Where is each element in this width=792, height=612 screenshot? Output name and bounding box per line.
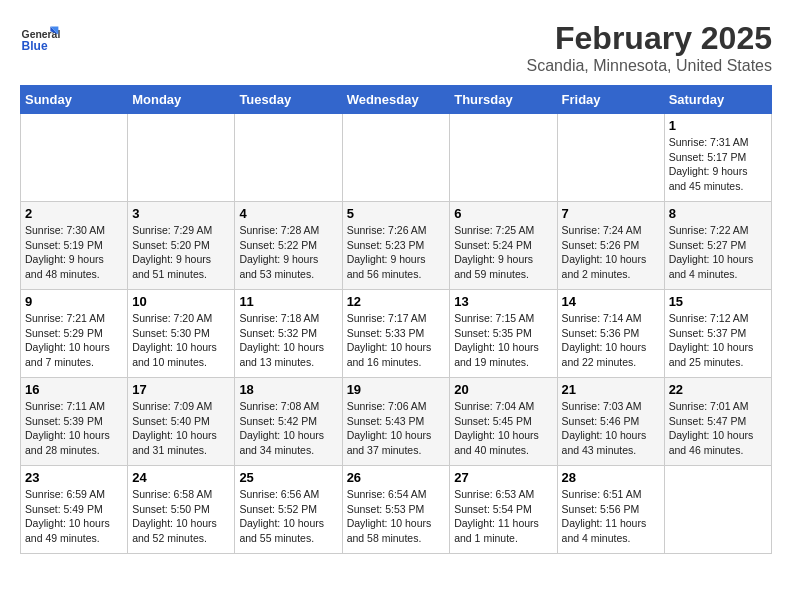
day-number: 18 [239, 382, 337, 397]
month-title: February 2025 [527, 20, 772, 57]
header-saturday: Saturday [664, 86, 771, 114]
calendar-cell: 7Sunrise: 7:24 AM Sunset: 5:26 PM Daylig… [557, 202, 664, 290]
calendar-cell: 4Sunrise: 7:28 AM Sunset: 5:22 PM Daylig… [235, 202, 342, 290]
page-header: General Blue February 2025 Scandia, Minn… [20, 20, 772, 75]
day-info: Sunrise: 7:08 AM Sunset: 5:42 PM Dayligh… [239, 399, 337, 458]
header-friday: Friday [557, 86, 664, 114]
calendar-cell: 26Sunrise: 6:54 AM Sunset: 5:53 PM Dayli… [342, 466, 450, 554]
calendar-cell: 21Sunrise: 7:03 AM Sunset: 5:46 PM Dayli… [557, 378, 664, 466]
calendar-cell: 15Sunrise: 7:12 AM Sunset: 5:37 PM Dayli… [664, 290, 771, 378]
day-number: 9 [25, 294, 123, 309]
day-number: 24 [132, 470, 230, 485]
calendar-cell: 17Sunrise: 7:09 AM Sunset: 5:40 PM Dayli… [128, 378, 235, 466]
calendar-cell: 12Sunrise: 7:17 AM Sunset: 5:33 PM Dayli… [342, 290, 450, 378]
calendar-cell: 6Sunrise: 7:25 AM Sunset: 5:24 PM Daylig… [450, 202, 557, 290]
day-info: Sunrise: 7:28 AM Sunset: 5:22 PM Dayligh… [239, 223, 337, 282]
day-info: Sunrise: 7:24 AM Sunset: 5:26 PM Dayligh… [562, 223, 660, 282]
day-number: 7 [562, 206, 660, 221]
calendar-cell [21, 114, 128, 202]
calendar-cell: 20Sunrise: 7:04 AM Sunset: 5:45 PM Dayli… [450, 378, 557, 466]
day-info: Sunrise: 7:03 AM Sunset: 5:46 PM Dayligh… [562, 399, 660, 458]
day-number: 1 [669, 118, 767, 133]
header-wednesday: Wednesday [342, 86, 450, 114]
day-number: 15 [669, 294, 767, 309]
calendar-cell [450, 114, 557, 202]
calendar-cell: 11Sunrise: 7:18 AM Sunset: 5:32 PM Dayli… [235, 290, 342, 378]
calendar-cell: 22Sunrise: 7:01 AM Sunset: 5:47 PM Dayli… [664, 378, 771, 466]
day-info: Sunrise: 7:15 AM Sunset: 5:35 PM Dayligh… [454, 311, 552, 370]
day-number: 2 [25, 206, 123, 221]
calendar-cell: 10Sunrise: 7:20 AM Sunset: 5:30 PM Dayli… [128, 290, 235, 378]
header-sunday: Sunday [21, 86, 128, 114]
day-info: Sunrise: 6:53 AM Sunset: 5:54 PM Dayligh… [454, 487, 552, 546]
week-row-2: 9Sunrise: 7:21 AM Sunset: 5:29 PM Daylig… [21, 290, 772, 378]
calendar-header-row: SundayMondayTuesdayWednesdayThursdayFrid… [21, 86, 772, 114]
title-block: February 2025 Scandia, Minnesota, United… [527, 20, 772, 75]
calendar-cell: 19Sunrise: 7:06 AM Sunset: 5:43 PM Dayli… [342, 378, 450, 466]
day-number: 19 [347, 382, 446, 397]
day-number: 23 [25, 470, 123, 485]
week-row-3: 16Sunrise: 7:11 AM Sunset: 5:39 PM Dayli… [21, 378, 772, 466]
day-number: 25 [239, 470, 337, 485]
day-info: Sunrise: 7:21 AM Sunset: 5:29 PM Dayligh… [25, 311, 123, 370]
calendar-cell [128, 114, 235, 202]
day-info: Sunrise: 7:06 AM Sunset: 5:43 PM Dayligh… [347, 399, 446, 458]
calendar-cell: 25Sunrise: 6:56 AM Sunset: 5:52 PM Dayli… [235, 466, 342, 554]
day-number: 17 [132, 382, 230, 397]
calendar-table: SundayMondayTuesdayWednesdayThursdayFrid… [20, 85, 772, 554]
day-info: Sunrise: 6:58 AM Sunset: 5:50 PM Dayligh… [132, 487, 230, 546]
day-number: 11 [239, 294, 337, 309]
day-info: Sunrise: 7:09 AM Sunset: 5:40 PM Dayligh… [132, 399, 230, 458]
svg-text:Blue: Blue [22, 39, 48, 53]
header-thursday: Thursday [450, 86, 557, 114]
calendar-cell [235, 114, 342, 202]
day-info: Sunrise: 7:31 AM Sunset: 5:17 PM Dayligh… [669, 135, 767, 194]
day-info: Sunrise: 7:22 AM Sunset: 5:27 PM Dayligh… [669, 223, 767, 282]
day-number: 13 [454, 294, 552, 309]
day-number: 21 [562, 382, 660, 397]
day-info: Sunrise: 7:01 AM Sunset: 5:47 PM Dayligh… [669, 399, 767, 458]
calendar-cell [664, 466, 771, 554]
calendar-cell: 28Sunrise: 6:51 AM Sunset: 5:56 PM Dayli… [557, 466, 664, 554]
day-info: Sunrise: 7:17 AM Sunset: 5:33 PM Dayligh… [347, 311, 446, 370]
calendar-cell [342, 114, 450, 202]
calendar-cell: 3Sunrise: 7:29 AM Sunset: 5:20 PM Daylig… [128, 202, 235, 290]
day-number: 28 [562, 470, 660, 485]
calendar-cell: 9Sunrise: 7:21 AM Sunset: 5:29 PM Daylig… [21, 290, 128, 378]
logo: General Blue [20, 20, 66, 60]
day-number: 5 [347, 206, 446, 221]
day-number: 26 [347, 470, 446, 485]
day-info: Sunrise: 7:12 AM Sunset: 5:37 PM Dayligh… [669, 311, 767, 370]
header-monday: Monday [128, 86, 235, 114]
calendar-cell: 24Sunrise: 6:58 AM Sunset: 5:50 PM Dayli… [128, 466, 235, 554]
day-info: Sunrise: 7:26 AM Sunset: 5:23 PM Dayligh… [347, 223, 446, 282]
calendar-cell: 13Sunrise: 7:15 AM Sunset: 5:35 PM Dayli… [450, 290, 557, 378]
day-number: 6 [454, 206, 552, 221]
day-info: Sunrise: 7:18 AM Sunset: 5:32 PM Dayligh… [239, 311, 337, 370]
day-info: Sunrise: 7:29 AM Sunset: 5:20 PM Dayligh… [132, 223, 230, 282]
day-info: Sunrise: 6:54 AM Sunset: 5:53 PM Dayligh… [347, 487, 446, 546]
day-number: 22 [669, 382, 767, 397]
day-info: Sunrise: 7:25 AM Sunset: 5:24 PM Dayligh… [454, 223, 552, 282]
day-info: Sunrise: 6:51 AM Sunset: 5:56 PM Dayligh… [562, 487, 660, 546]
calendar-cell: 16Sunrise: 7:11 AM Sunset: 5:39 PM Dayli… [21, 378, 128, 466]
week-row-4: 23Sunrise: 6:59 AM Sunset: 5:49 PM Dayli… [21, 466, 772, 554]
week-row-0: 1Sunrise: 7:31 AM Sunset: 5:17 PM Daylig… [21, 114, 772, 202]
calendar-cell: 27Sunrise: 6:53 AM Sunset: 5:54 PM Dayli… [450, 466, 557, 554]
day-number: 3 [132, 206, 230, 221]
week-row-1: 2Sunrise: 7:30 AM Sunset: 5:19 PM Daylig… [21, 202, 772, 290]
day-number: 16 [25, 382, 123, 397]
day-number: 20 [454, 382, 552, 397]
day-info: Sunrise: 7:30 AM Sunset: 5:19 PM Dayligh… [25, 223, 123, 282]
day-number: 27 [454, 470, 552, 485]
day-number: 4 [239, 206, 337, 221]
calendar-cell: 1Sunrise: 7:31 AM Sunset: 5:17 PM Daylig… [664, 114, 771, 202]
calendar-cell: 2Sunrise: 7:30 AM Sunset: 5:19 PM Daylig… [21, 202, 128, 290]
header-tuesday: Tuesday [235, 86, 342, 114]
day-number: 14 [562, 294, 660, 309]
day-info: Sunrise: 7:11 AM Sunset: 5:39 PM Dayligh… [25, 399, 123, 458]
day-number: 12 [347, 294, 446, 309]
calendar-cell: 14Sunrise: 7:14 AM Sunset: 5:36 PM Dayli… [557, 290, 664, 378]
calendar-cell: 5Sunrise: 7:26 AM Sunset: 5:23 PM Daylig… [342, 202, 450, 290]
day-info: Sunrise: 6:56 AM Sunset: 5:52 PM Dayligh… [239, 487, 337, 546]
